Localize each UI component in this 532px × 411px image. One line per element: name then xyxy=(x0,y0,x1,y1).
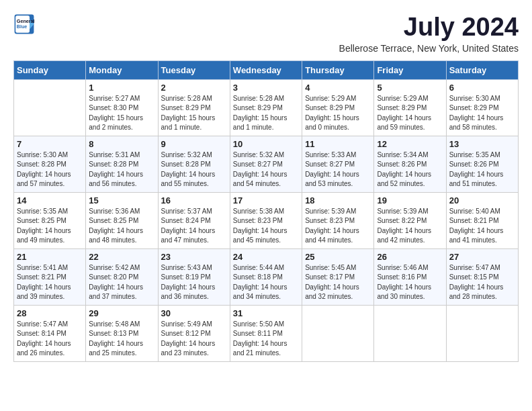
day-info: Sunrise: 5:30 AMSunset: 8:28 PMDaylight:… xyxy=(17,150,83,189)
header-day-monday: Monday xyxy=(86,60,158,79)
day-info: Sunrise: 5:29 AMSunset: 8:29 PMDaylight:… xyxy=(377,94,443,133)
calendar-week-row: 7Sunrise: 5:30 AMSunset: 8:28 PMDaylight… xyxy=(14,136,519,192)
calendar-week-row: 14Sunrise: 5:35 AMSunset: 8:25 PMDayligh… xyxy=(14,192,519,248)
day-number: 17 xyxy=(233,195,299,205)
day-number: 25 xyxy=(305,252,371,262)
calendar-cell: 13Sunrise: 5:35 AMSunset: 8:26 PMDayligh… xyxy=(446,136,518,192)
calendar-cell: 4Sunrise: 5:29 AMSunset: 8:29 PMDaylight… xyxy=(302,79,374,136)
day-number: 20 xyxy=(449,195,515,205)
day-info: Sunrise: 5:35 AMSunset: 8:25 PMDaylight:… xyxy=(17,207,83,246)
day-info: Sunrise: 5:32 AMSunset: 8:27 PMDaylight:… xyxy=(233,150,299,189)
day-number: 2 xyxy=(161,83,227,93)
calendar-cell: 16Sunrise: 5:37 AMSunset: 8:24 PMDayligh… xyxy=(158,192,230,248)
day-number: 6 xyxy=(449,83,515,93)
calendar-cell: 17Sunrise: 5:38 AMSunset: 8:23 PMDayligh… xyxy=(230,192,302,248)
calendar-cell: 19Sunrise: 5:39 AMSunset: 8:22 PMDayligh… xyxy=(374,192,446,248)
day-number: 31 xyxy=(233,308,299,318)
calendar-cell: 1Sunrise: 5:27 AMSunset: 8:30 PMDaylight… xyxy=(86,79,158,136)
calendar-cell: 10Sunrise: 5:32 AMSunset: 8:27 PMDayligh… xyxy=(230,136,302,192)
calendar-cell: 15Sunrise: 5:36 AMSunset: 8:25 PMDayligh… xyxy=(86,192,158,248)
calendar-cell: 29Sunrise: 5:48 AMSunset: 8:13 PMDayligh… xyxy=(86,305,158,361)
calendar-cell: 2Sunrise: 5:28 AMSunset: 8:29 PMDaylight… xyxy=(158,79,230,136)
calendar-cell: 22Sunrise: 5:42 AMSunset: 8:20 PMDayligh… xyxy=(86,248,158,305)
logo-icon: General Blue xyxy=(13,13,35,35)
header-day-thursday: Thursday xyxy=(302,60,374,79)
day-info: Sunrise: 5:41 AMSunset: 8:21 PMDaylight:… xyxy=(17,263,83,302)
location-title: Bellerose Terrace, New York, United Stat… xyxy=(339,43,519,54)
calendar-cell: 26Sunrise: 5:46 AMSunset: 8:16 PMDayligh… xyxy=(374,248,446,305)
day-info: Sunrise: 5:39 AMSunset: 8:22 PMDaylight:… xyxy=(377,207,443,246)
calendar-cell: 28Sunrise: 5:47 AMSunset: 8:14 PMDayligh… xyxy=(14,305,86,361)
title-block: July 2024 Bellerose Terrace, New York, U… xyxy=(339,13,519,54)
calendar-cell: 23Sunrise: 5:43 AMSunset: 8:19 PMDayligh… xyxy=(158,248,230,305)
calendar-table: SundayMondayTuesdayWednesdayThursdayFrid… xyxy=(13,60,519,362)
calendar-cell: 6Sunrise: 5:30 AMSunset: 8:29 PMDaylight… xyxy=(446,79,518,136)
header-day-sunday: Sunday xyxy=(14,60,86,79)
day-number: 21 xyxy=(17,252,83,262)
calendar-cell: 31Sunrise: 5:50 AMSunset: 8:11 PMDayligh… xyxy=(230,305,302,361)
day-number: 8 xyxy=(89,139,154,149)
day-number: 9 xyxy=(161,139,227,149)
calendar-cell xyxy=(302,305,374,361)
header-day-tuesday: Tuesday xyxy=(158,60,230,79)
day-info: Sunrise: 5:31 AMSunset: 8:28 PMDaylight:… xyxy=(89,150,154,189)
day-number: 30 xyxy=(161,308,227,318)
calendar-cell: 12Sunrise: 5:34 AMSunset: 8:26 PMDayligh… xyxy=(374,136,446,192)
calendar-week-row: 21Sunrise: 5:41 AMSunset: 8:21 PMDayligh… xyxy=(14,248,519,305)
day-number: 3 xyxy=(233,83,299,93)
day-number: 10 xyxy=(233,139,299,149)
day-info: Sunrise: 5:36 AMSunset: 8:25 PMDaylight:… xyxy=(89,207,154,246)
calendar-cell: 7Sunrise: 5:30 AMSunset: 8:28 PMDaylight… xyxy=(14,136,86,192)
calendar-cell: 30Sunrise: 5:49 AMSunset: 8:12 PMDayligh… xyxy=(158,305,230,361)
day-number: 29 xyxy=(89,308,154,318)
day-info: Sunrise: 5:30 AMSunset: 8:29 PMDaylight:… xyxy=(449,94,515,133)
calendar-cell: 18Sunrise: 5:39 AMSunset: 8:23 PMDayligh… xyxy=(302,192,374,248)
calendar-cell: 8Sunrise: 5:31 AMSunset: 8:28 PMDaylight… xyxy=(86,136,158,192)
calendar-cell: 25Sunrise: 5:45 AMSunset: 8:17 PMDayligh… xyxy=(302,248,374,305)
calendar-cell: 9Sunrise: 5:32 AMSunset: 8:28 PMDaylight… xyxy=(158,136,230,192)
header-day-wednesday: Wednesday xyxy=(230,60,302,79)
day-info: Sunrise: 5:28 AMSunset: 8:29 PMDaylight:… xyxy=(161,94,227,133)
calendar-week-row: 28Sunrise: 5:47 AMSunset: 8:14 PMDayligh… xyxy=(14,305,519,361)
day-number: 24 xyxy=(233,252,299,262)
day-number: 16 xyxy=(161,195,227,205)
day-number: 11 xyxy=(305,139,371,149)
day-info: Sunrise: 5:42 AMSunset: 8:20 PMDaylight:… xyxy=(89,263,154,302)
calendar-cell xyxy=(374,305,446,361)
logo: General Blue xyxy=(13,13,35,35)
day-info: Sunrise: 5:49 AMSunset: 8:12 PMDaylight:… xyxy=(161,320,227,359)
day-info: Sunrise: 5:33 AMSunset: 8:27 PMDaylight:… xyxy=(305,150,371,189)
day-info: Sunrise: 5:39 AMSunset: 8:23 PMDaylight:… xyxy=(305,207,371,246)
day-number: 27 xyxy=(449,252,515,262)
calendar-cell: 20Sunrise: 5:40 AMSunset: 8:21 PMDayligh… xyxy=(446,192,518,248)
month-title: July 2024 xyxy=(339,13,519,42)
day-number: 22 xyxy=(89,252,154,262)
calendar-cell: 24Sunrise: 5:44 AMSunset: 8:18 PMDayligh… xyxy=(230,248,302,305)
page-header: General Blue July 2024 Bellerose Terrace… xyxy=(13,13,519,54)
calendar-cell xyxy=(446,305,518,361)
day-info: Sunrise: 5:28 AMSunset: 8:29 PMDaylight:… xyxy=(233,94,299,133)
day-info: Sunrise: 5:40 AMSunset: 8:21 PMDaylight:… xyxy=(449,207,515,246)
day-number: 1 xyxy=(89,83,154,93)
day-info: Sunrise: 5:29 AMSunset: 8:29 PMDaylight:… xyxy=(305,94,371,133)
day-info: Sunrise: 5:43 AMSunset: 8:19 PMDaylight:… xyxy=(161,263,227,302)
day-number: 19 xyxy=(377,195,443,205)
svg-text:Blue: Blue xyxy=(17,24,28,30)
calendar-cell: 21Sunrise: 5:41 AMSunset: 8:21 PMDayligh… xyxy=(14,248,86,305)
day-info: Sunrise: 5:50 AMSunset: 8:11 PMDaylight:… xyxy=(233,320,299,359)
calendar-cell: 3Sunrise: 5:28 AMSunset: 8:29 PMDaylight… xyxy=(230,79,302,136)
day-info: Sunrise: 5:47 AMSunset: 8:15 PMDaylight:… xyxy=(449,263,515,302)
day-info: Sunrise: 5:46 AMSunset: 8:16 PMDaylight:… xyxy=(377,263,443,302)
day-info: Sunrise: 5:38 AMSunset: 8:23 PMDaylight:… xyxy=(233,207,299,246)
day-number: 13 xyxy=(449,139,515,149)
day-number: 12 xyxy=(377,139,443,149)
day-number: 14 xyxy=(17,195,83,205)
day-number: 15 xyxy=(89,195,154,205)
calendar-header-row: SundayMondayTuesdayWednesdayThursdayFrid… xyxy=(14,60,519,79)
day-number: 23 xyxy=(161,252,227,262)
day-number: 28 xyxy=(17,308,83,318)
day-number: 4 xyxy=(305,83,371,93)
day-info: Sunrise: 5:44 AMSunset: 8:18 PMDaylight:… xyxy=(233,263,299,302)
day-info: Sunrise: 5:27 AMSunset: 8:30 PMDaylight:… xyxy=(89,94,154,133)
calendar-week-row: 1Sunrise: 5:27 AMSunset: 8:30 PMDaylight… xyxy=(14,79,519,136)
